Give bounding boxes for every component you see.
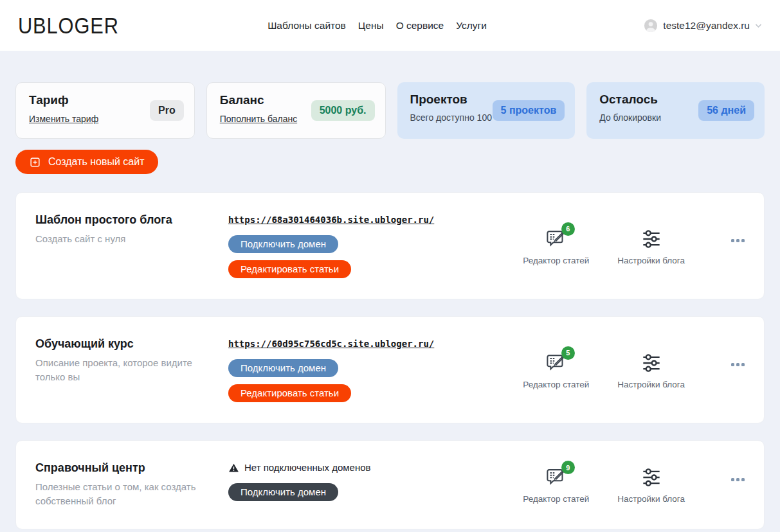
warning-triangle-icon: [228, 463, 239, 474]
plus-square-icon: [29, 156, 41, 168]
more-options-button[interactable]: [731, 363, 745, 366]
project-buttons: Подключить домен: [228, 483, 523, 501]
chevron-down-icon: [755, 23, 762, 28]
project-info: Справочный центр Полезные статьи о том, …: [35, 461, 228, 508]
sliders-icon: [639, 351, 664, 375]
ellipsis-icon: [731, 363, 734, 366]
project-domain-block: Нет подключенных доменов Подключить доме…: [228, 461, 523, 508]
project-actions: 9 Редактор статей Настройки блога: [523, 465, 745, 504]
nav-item-templates[interactable]: Шаблоны сайтов: [268, 20, 346, 31]
sliders-icon: [639, 465, 664, 490]
project-domain-block: https://60d95c756cd5c.site.ubloger.ru/ П…: [228, 337, 523, 402]
blog-settings-action[interactable]: Настройки блога: [617, 227, 685, 265]
connect-domain-button[interactable]: Подключить домен: [228, 359, 338, 377]
days-left-badge: 56 дней: [698, 100, 754, 121]
project-info: Обучающий курс Описание проекта, которое…: [35, 337, 228, 402]
balance-badge: 5000 руб.: [311, 100, 375, 121]
project-description: Создать сайт с нуля: [35, 232, 199, 246]
sliders-icon: [639, 227, 664, 251]
project-url-link[interactable]: https://68a301464036b.site.ubloger.ru/: [228, 213, 434, 226]
stat-card-balance: Баланс Пополнить баланс 5000 руб.: [206, 82, 386, 139]
connect-domain-button[interactable]: Подключить домен: [228, 235, 338, 253]
blog-settings-label: Настройки блога: [617, 380, 685, 389]
ellipsis-icon: [731, 239, 734, 242]
project-domain-block: https://68a301464036b.site.ubloger.ru/ П…: [228, 213, 523, 278]
header: UBLOGER Шаблоны сайтов Цены О сервисе Ус…: [0, 0, 780, 51]
project-info: Шаблон простого блога Создать сайт с нул…: [35, 213, 228, 278]
stats-row: Тариф Изменить тариф Pro Баланс Пополнит…: [15, 82, 765, 139]
nav-item-services[interactable]: Услуги: [456, 20, 487, 31]
article-editor-action[interactable]: 9 Редактор статей: [523, 465, 589, 504]
ellipsis-icon: [731, 478, 734, 481]
project-url-link[interactable]: https://60d95c756cd5c.site.ubloger.ru/: [228, 337, 434, 350]
edit-articles-button[interactable]: Редактировать статьи: [228, 260, 351, 278]
articles-count-badge: 6: [561, 222, 575, 236]
no-domains-warning: Нет подключенных доменов: [228, 461, 523, 474]
article-editor-label: Редактор статей: [523, 494, 589, 504]
avatar-icon: [644, 19, 658, 33]
project-description: Описание проекта, которое видите только …: [35, 356, 199, 384]
project-title: Справочный центр: [35, 461, 215, 475]
blog-settings-action[interactable]: Настройки блога: [617, 465, 685, 504]
main-nav: Шаблоны сайтов Цены О сервисе Услуги: [268, 20, 487, 31]
blog-settings-label: Настройки блога: [617, 494, 685, 504]
project-card: Справочный центр Полезные статьи о том, …: [15, 440, 765, 529]
stat-card-projects: Проектов Всего доступно 100 5 проектов: [397, 82, 576, 139]
project-description: Полезные статьи о том, как создать собст…: [35, 480, 199, 508]
change-tariff-link[interactable]: Изменить тариф: [29, 114, 98, 124]
top-up-balance-link[interactable]: Пополнить баланс: [220, 114, 297, 124]
projects-list: Шаблон простого блога Создать сайт с нул…: [15, 192, 765, 529]
stat-card-days-left: Осталось До блокировки 56 дней: [586, 82, 765, 139]
articles-count-badge: 5: [561, 346, 575, 360]
article-editor-icon: 6: [544, 227, 568, 251]
article-editor-action[interactable]: 6 Редактор статей: [523, 227, 589, 265]
more-options-button[interactable]: [731, 239, 745, 242]
stat-card-tariff: Тариф Изменить тариф Pro: [15, 82, 195, 139]
warning-text: Нет подключенных доменов: [244, 461, 371, 474]
project-buttons: Подключить домен Редактировать статьи: [228, 359, 523, 402]
blog-settings-label: Настройки блога: [617, 256, 685, 265]
create-button-label: Создать новый сайт: [48, 156, 145, 168]
project-title: Шаблон простого блога: [35, 213, 215, 227]
project-actions: 6 Редактор статей Настройки блога: [523, 227, 745, 265]
logo[interactable]: UBLOGER: [18, 13, 119, 39]
blog-settings-action[interactable]: Настройки блога: [617, 351, 685, 389]
edit-articles-button[interactable]: Редактировать статьи: [228, 384, 351, 402]
project-buttons: Подключить домен Редактировать статьи: [228, 235, 523, 278]
articles-count-badge: 9: [561, 461, 575, 474]
article-editor-action[interactable]: 5 Редактор статей: [523, 351, 589, 389]
article-editor-label: Редактор статей: [523, 256, 589, 265]
nav-item-about[interactable]: О сервисе: [396, 20, 444, 31]
main-content: Тариф Изменить тариф Pro Баланс Пополнит…: [0, 82, 780, 529]
more-options-button[interactable]: [731, 478, 745, 481]
account-email: teste12@yandex.ru: [663, 20, 750, 31]
project-card: Обучающий курс Описание проекта, которое…: [15, 316, 765, 423]
article-editor-icon: 9: [544, 465, 568, 490]
connect-domain-button[interactable]: Подключить домен: [228, 483, 338, 501]
create-new-site-button[interactable]: Создать новый сайт: [15, 150, 158, 174]
projects-count-badge: 5 проектов: [493, 100, 565, 121]
project-title: Обучающий курс: [35, 337, 215, 351]
project-actions: 5 Редактор статей Настройки блога: [523, 351, 745, 389]
tariff-badge: Pro: [150, 100, 184, 121]
article-editor-icon: 5: [544, 351, 568, 375]
nav-item-prices[interactable]: Цены: [358, 20, 384, 31]
article-editor-label: Редактор статей: [523, 380, 589, 389]
account-menu[interactable]: teste12@yandex.ru: [644, 19, 762, 33]
project-card: Шаблон простого блога Создать сайт с нул…: [15, 192, 765, 299]
